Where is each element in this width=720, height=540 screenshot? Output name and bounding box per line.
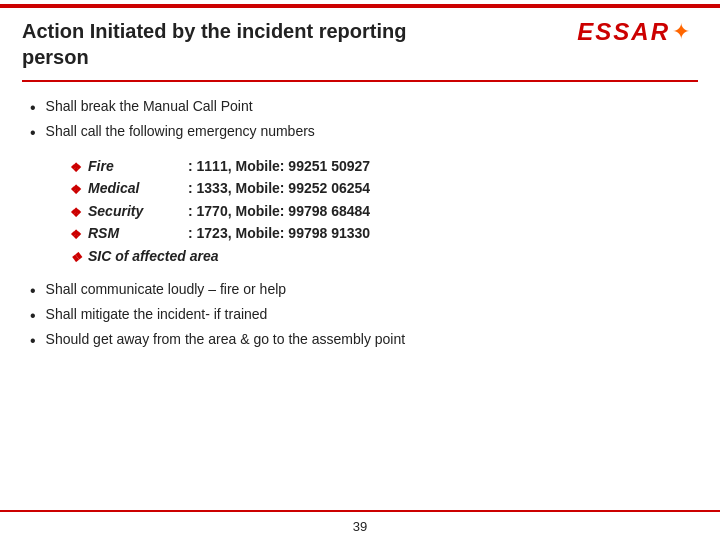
bottom-bullet-list: Shall communicate loudly – fire or help … xyxy=(30,281,690,351)
header-divider xyxy=(22,80,698,82)
list-item: ❖ Security : 1770, Mobile: 99798 68484 xyxy=(70,203,690,223)
bottom-border xyxy=(0,510,720,512)
logo-text: ESSAR xyxy=(577,18,670,46)
top-bullet-list: Shall break the Manual Call Point Shall … xyxy=(30,98,690,144)
list-item: Shall call the following emergency numbe… xyxy=(30,123,690,144)
slide: Action Initiated by the incident reporti… xyxy=(0,4,720,540)
diamond-icon: ❖ xyxy=(70,180,82,200)
diamond-icon: ❖ xyxy=(70,225,82,245)
sub-list: ❖ Fire : 1111, Mobile: 99251 50927 ❖ Med… xyxy=(70,158,690,268)
top-border xyxy=(0,4,720,8)
list-item: ❖ RSM : 1723, Mobile: 99798 91330 xyxy=(70,225,690,245)
list-item: ❖ Medical : 1333, Mobile: 99252 06254 xyxy=(70,180,690,200)
slide-title: Action Initiated by the incident reporti… xyxy=(22,18,406,70)
list-item: Shall communicate loudly – fire or help xyxy=(30,281,690,302)
list-item: Shall mitigate the incident- if trained xyxy=(30,306,690,327)
list-item: ❖ SIC of affected area xyxy=(70,248,690,268)
page-number: 39 xyxy=(353,519,367,534)
header: Action Initiated by the incident reporti… xyxy=(0,4,720,80)
diamond-icon: ❖ xyxy=(70,203,82,223)
diamond-icon: ❖ xyxy=(70,248,82,268)
list-item: Should get away from the area & go to th… xyxy=(30,331,690,352)
main-content: Shall break the Manual Call Point Shall … xyxy=(0,98,720,351)
logo-star-icon: ✦ xyxy=(672,21,690,43)
list-item: ❖ Fire : 1111, Mobile: 99251 50927 xyxy=(70,158,690,178)
diamond-icon: ❖ xyxy=(70,158,82,178)
list-item: Shall break the Manual Call Point xyxy=(30,98,690,119)
logo: ESSAR ✦ xyxy=(577,18,690,46)
